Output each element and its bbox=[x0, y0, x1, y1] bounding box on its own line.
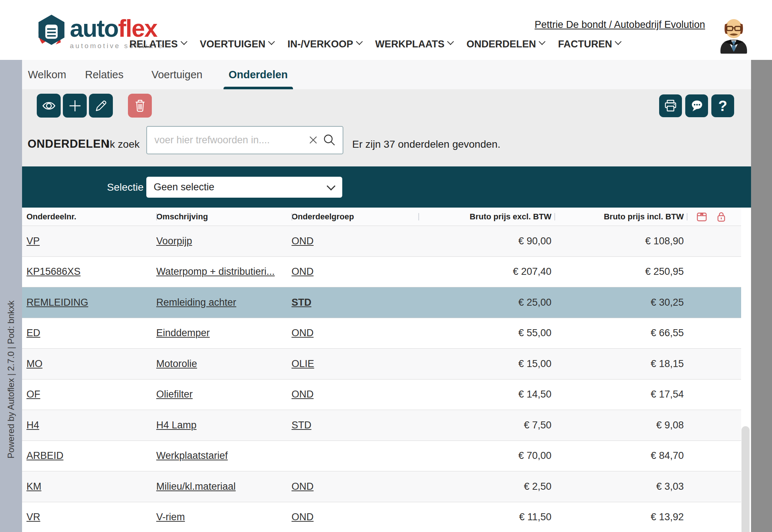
cell-onderdeelnr[interactable]: OF bbox=[26, 389, 156, 400]
column-header-onderdeelgroep[interactable]: Onderdeelgroep bbox=[292, 208, 418, 226]
tab-welkom[interactable]: Welkom bbox=[23, 60, 71, 89]
cell-omschrijving[interactable]: Waterpomp + distributieri... bbox=[156, 266, 292, 277]
active-tab-indicator bbox=[224, 87, 293, 89]
tab-relaties[interactable]: Relaties bbox=[80, 60, 129, 89]
printer-icon bbox=[664, 99, 678, 112]
column-header-onderdeelnr[interactable]: Onderdeelnr. bbox=[26, 208, 156, 226]
edit-button[interactable] bbox=[89, 94, 113, 118]
cell-omschrijving[interactable]: Voorpijp bbox=[156, 236, 292, 247]
table-row[interactable]: VR V-riem OND € 11,50 € 13,92 bbox=[22, 502, 741, 532]
cell-bruto-excl-btw: € 14,50 bbox=[418, 389, 554, 400]
cell-bruto-incl-btw: € 30,25 bbox=[554, 297, 687, 308]
cell-bruto-incl-btw: € 17,54 bbox=[554, 389, 687, 400]
table-body: VP Voorpijp OND € 90,00 € 108,90 KP15686… bbox=[22, 226, 741, 532]
cell-omschrijving[interactable]: Einddemper bbox=[156, 327, 292, 339]
cell-bruto-incl-btw: € 13,92 bbox=[554, 511, 687, 523]
column-header-omschrijving[interactable]: Omschrijving bbox=[156, 208, 292, 226]
table-row[interactable]: KP15686XS Waterpomp + distributieri... O… bbox=[22, 257, 741, 288]
column-header-excl-btw[interactable]: Bruto prijs excl. BTW bbox=[418, 208, 554, 226]
vertical-scrollbar-track[interactable] bbox=[741, 208, 750, 532]
chat-button[interactable] bbox=[685, 94, 708, 117]
delete-button[interactable] bbox=[128, 94, 152, 118]
trash-icon bbox=[134, 99, 146, 112]
cell-onderdeelgroep[interactable]: OND bbox=[292, 389, 418, 400]
selection-dropdown[interactable]: Geen selectie bbox=[146, 177, 342, 198]
nav-relaties[interactable]: RELATIES bbox=[129, 39, 186, 50]
cell-bruto-excl-btw: € 25,00 bbox=[418, 297, 554, 308]
help-button[interactable]: ? bbox=[711, 94, 734, 117]
question-mark-icon: ? bbox=[718, 98, 727, 113]
vertical-scrollbar-thumb[interactable] bbox=[741, 426, 750, 532]
cell-omschrijving[interactable]: V-riem bbox=[156, 511, 292, 523]
cell-onderdeelnr[interactable]: ED bbox=[26, 327, 156, 339]
search-label: Ik zoek bbox=[107, 139, 140, 150]
user-account-link[interactable]: Pettrie De bondt / Autobedrijf Evolution bbox=[535, 19, 705, 30]
table-row[interactable]: H4 H4 Lamp STD € 7,50 € 9,08 bbox=[22, 410, 741, 441]
column-header-incl-btw[interactable]: Bruto prijs incl. BTW bbox=[554, 208, 687, 226]
cell-bruto-incl-btw: € 9,08 bbox=[554, 420, 687, 431]
nav-in-verkoop[interactable]: IN-/VERKOOP bbox=[287, 39, 362, 50]
cell-onderdeelgroep[interactable]: OND bbox=[292, 327, 418, 339]
tab-voertuigen[interactable]: Voertuigen bbox=[146, 60, 208, 89]
nav-onderdelen[interactable]: ONDERDELEN bbox=[467, 39, 544, 50]
column-separator bbox=[418, 213, 419, 220]
print-button[interactable] bbox=[659, 94, 682, 117]
cell-onderdeelgroep[interactable]: STD bbox=[292, 420, 418, 431]
table-row[interactable]: MO Motorolie OLIE € 15,00 € 18,15 bbox=[22, 349, 741, 380]
cell-onderdeelnr[interactable]: KM bbox=[26, 481, 156, 492]
cell-onderdeelgroep[interactable]: OND bbox=[292, 511, 418, 523]
table-row[interactable]: VP Voorpijp OND € 90,00 € 108,90 bbox=[22, 226, 741, 257]
table-row[interactable]: KM Milieu/kl.materiaal OND € 2,50 € 3,03 bbox=[22, 471, 741, 502]
cell-omschrijving[interactable]: Remleiding achter bbox=[156, 297, 292, 308]
cell-bruto-excl-btw: € 11,50 bbox=[418, 511, 554, 523]
plus-icon bbox=[68, 99, 82, 112]
selection-bar: Selectie Geen selectie bbox=[22, 166, 751, 208]
results-count: Er zijn 37 onderdelen gevonden. bbox=[352, 139, 500, 150]
nav-voertuigen[interactable]: VOERTUIGEN bbox=[200, 39, 274, 50]
column-separator bbox=[687, 213, 687, 220]
cell-onderdeelgroep[interactable]: OND bbox=[292, 481, 418, 492]
cell-omschrijving[interactable]: Milieu/kl.materiaal bbox=[156, 481, 292, 492]
cell-omschrijving[interactable]: Motorolie bbox=[156, 358, 292, 370]
cell-onderdeelgroep[interactable]: OND bbox=[292, 236, 418, 247]
lock-icon[interactable] bbox=[716, 211, 726, 222]
clear-icon[interactable] bbox=[308, 135, 318, 145]
table-row[interactable]: ED Einddemper OND € 55,00 € 66,55 bbox=[22, 318, 741, 349]
package-icon[interactable] bbox=[696, 211, 707, 222]
cell-bruto-excl-btw: € 2,50 bbox=[418, 481, 554, 492]
cell-onderdeelnr[interactable]: MO bbox=[26, 358, 156, 370]
view-button[interactable] bbox=[37, 94, 61, 118]
cell-onderdeelnr[interactable]: VP bbox=[26, 236, 156, 247]
add-button[interactable] bbox=[63, 94, 87, 118]
table-row[interactable]: OF Oliefilter OND € 14,50 € 17,54 bbox=[22, 380, 741, 410]
top-header: autoflex automotive software RELATIES VO… bbox=[0, 0, 772, 60]
page: autoflex automotive software RELATIES VO… bbox=[0, 0, 772, 532]
cell-onderdeelnr[interactable]: REMLEIDING bbox=[26, 297, 156, 308]
table-row[interactable]: REMLEIDING Remleiding achter STD € 25,00… bbox=[22, 287, 741, 318]
cell-omschrijving[interactable]: Oliefilter bbox=[156, 389, 292, 400]
cell-bruto-excl-btw: € 90,00 bbox=[418, 236, 554, 247]
avatar[interactable] bbox=[717, 16, 751, 54]
cell-onderdeelgroep[interactable]: STD bbox=[292, 297, 418, 308]
table-row[interactable]: ARBEID Werkplaatstarief € 70,00 € 84,70 bbox=[22, 441, 741, 472]
cell-onderdeelnr[interactable]: KP15686XS bbox=[26, 266, 156, 277]
chevron-down-icon bbox=[615, 38, 621, 45]
cell-omschrijving[interactable]: Werkplaatstarief bbox=[156, 450, 292, 461]
column-separator bbox=[156, 213, 157, 220]
cell-onderdeelnr[interactable]: VR bbox=[26, 511, 156, 523]
nav-werkplaats[interactable]: WERKPLAATS bbox=[375, 39, 453, 50]
toolbar: ? bbox=[22, 89, 751, 121]
cell-bruto-incl-btw: € 84,70 bbox=[554, 450, 687, 461]
search-icon[interactable] bbox=[323, 133, 336, 147]
cell-onderdeelgroep[interactable]: OND bbox=[292, 266, 418, 277]
cell-onderdeelgroep[interactable]: OLIE bbox=[292, 358, 418, 370]
logo-wordmark: autoflex bbox=[70, 16, 164, 40]
nav-facturen[interactable]: FACTUREN bbox=[558, 39, 621, 50]
cell-omschrijving[interactable]: H4 Lamp bbox=[156, 420, 292, 431]
powered-by-strip: Powered by Autoflex | 2.7.0 | Pod: bnkxk bbox=[0, 60, 22, 532]
tab-onderdelen[interactable]: Onderdelen bbox=[224, 60, 293, 89]
cell-onderdeelnr[interactable]: H4 bbox=[26, 420, 156, 431]
parts-table: Onderdeelnr. Omschrijving Onderdeelgroep… bbox=[22, 208, 741, 532]
cell-onderdeelnr[interactable]: ARBEID bbox=[26, 450, 156, 461]
chevron-down-icon bbox=[268, 38, 275, 45]
